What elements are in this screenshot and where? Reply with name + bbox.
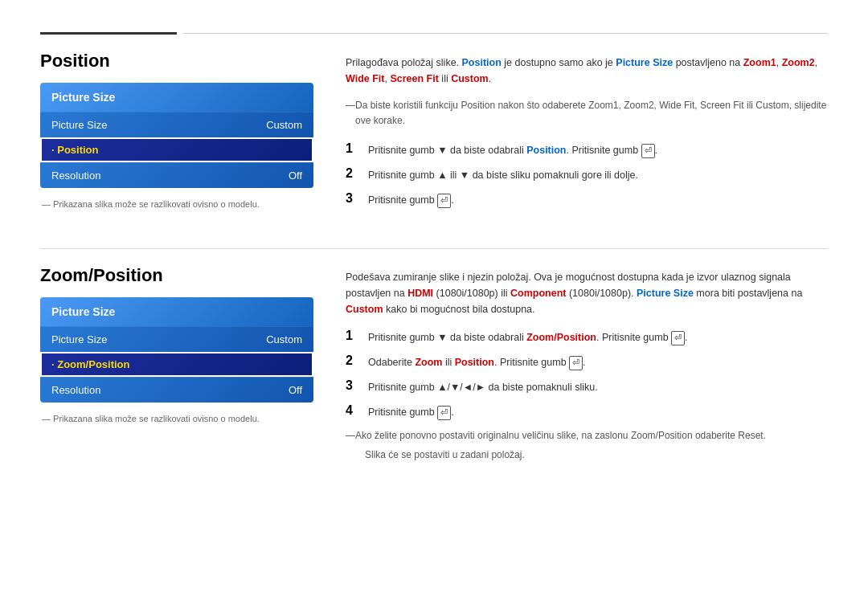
zoom-step-4: 4 Pritisnite gumb ⏎. bbox=[346, 403, 828, 420]
position-steps: 1 Pritisnite gumb ▼ da biste odabrali Po… bbox=[346, 141, 828, 208]
position-title: Position bbox=[40, 51, 313, 72]
zoom-row-selected: · Zoom/Position bbox=[40, 352, 313, 377]
zoom-row1-label: Picture Size bbox=[51, 333, 107, 345]
zoom-step-2: 2 Odaberite Zoom ili Position. Pritisnit… bbox=[346, 353, 828, 370]
position-row-selected: · Position bbox=[40, 137, 313, 162]
position-row-picture-size: Picture Size Custom bbox=[40, 112, 313, 137]
zoom-row3-value: Off bbox=[289, 384, 302, 396]
page-container: Position Picture Size Picture Size Custo… bbox=[0, 0, 868, 519]
zoom-step-3: 3 Pritisnite gumb ▲/▼/◄/► da biste pomak… bbox=[346, 378, 828, 395]
position-row2-label: · Position bbox=[51, 144, 99, 156]
zoom-title: Zoom/Position bbox=[40, 265, 313, 286]
position-note: — Prikazana slika može se razlikovati ov… bbox=[40, 199, 313, 209]
zoom-step-1: 1 Pritisnite gumb ▼ da biste odabrali Zo… bbox=[346, 329, 828, 345]
position-widget-header: Picture Size bbox=[40, 83, 313, 112]
zoom-description: Podešava zumiranje slike i njezin položa… bbox=[346, 269, 828, 317]
section-separator bbox=[40, 248, 828, 249]
position-step-2: 2 Pritisnite gumb ▲ ili ▼ da biste sliku… bbox=[346, 166, 828, 183]
top-divider bbox=[40, 32, 828, 35]
position-widget: Picture Size Picture Size Custom · Posit… bbox=[40, 83, 313, 188]
position-section: Position Picture Size Picture Size Custo… bbox=[40, 51, 828, 216]
zoom-position-section: Zoom/Position Picture Size Picture Size … bbox=[40, 265, 828, 462]
zoom-bottom-note: Ako želite ponovno postaviti originalnu … bbox=[346, 428, 828, 443]
position-right-panel: Prilagođava položaj slike. Position je d… bbox=[346, 51, 828, 216]
zoom-note: — Prikazana slika može se razlikovati ov… bbox=[40, 414, 313, 423]
zoom-left-panel: Zoom/Position Picture Size Picture Size … bbox=[40, 265, 313, 462]
zoom-row1-value: Custom bbox=[266, 333, 302, 345]
zoom-row3-label: Resolution bbox=[51, 384, 100, 396]
zoom-steps: 1 Pritisnite gumb ▼ da biste odabrali Zo… bbox=[346, 329, 828, 420]
position-row3-label: Resolution bbox=[51, 170, 100, 182]
zoom-row2-label: · Zoom/Position bbox=[51, 358, 130, 370]
position-row3-value: Off bbox=[289, 170, 302, 182]
divider-thin bbox=[183, 33, 828, 34]
zoom-right-panel: Podešava zumiranje slike i njezin položa… bbox=[346, 265, 828, 462]
position-row1-value: Custom bbox=[266, 119, 302, 131]
zoom-row-resolution: Resolution Off bbox=[40, 377, 313, 403]
position-step-1: 1 Pritisnite gumb ▼ da biste odabrali Po… bbox=[346, 141, 828, 158]
position-description: Prilagođava položaj slike. Position je d… bbox=[346, 55, 828, 87]
zoom-widget-header: Picture Size bbox=[40, 297, 313, 326]
position-row-resolution: Resolution Off bbox=[40, 162, 313, 188]
position-note-steps: Da biste koristili funkciju Position nak… bbox=[346, 98, 828, 129]
zoom-widget: Picture Size Picture Size Custom · Zoom/… bbox=[40, 297, 313, 403]
zoom-bottom-note-line2: Slika će se postaviti u zadani položaj. bbox=[346, 447, 828, 463]
zoom-row-picture-size: Picture Size Custom bbox=[40, 326, 313, 352]
position-left-panel: Position Picture Size Picture Size Custo… bbox=[40, 51, 313, 216]
divider-thick bbox=[40, 32, 177, 35]
position-row1-label: Picture Size bbox=[51, 119, 107, 131]
position-step-3: 3 Pritisnite gumb ⏎. bbox=[346, 191, 828, 208]
